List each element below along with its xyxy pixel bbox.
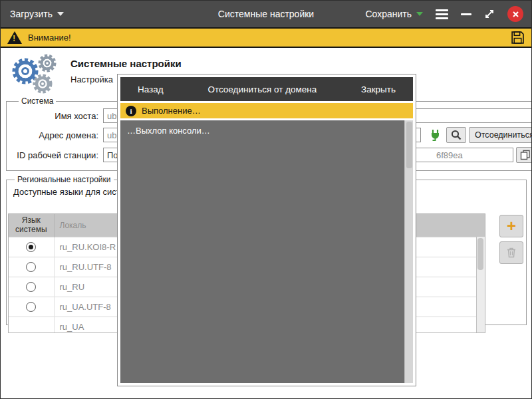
close-button[interactable]: [507, 6, 523, 22]
column-header-language: Язык системы: [9, 214, 54, 237]
plus-icon: +: [507, 218, 516, 234]
search-icon: [450, 129, 462, 141]
page-subtitle: Настройка: [70, 74, 113, 84]
back-button[interactable]: Назад: [138, 84, 164, 94]
page-title: Системные настройки: [70, 58, 182, 69]
title-bar: Загрузить Системные настройки Сохранить: [1, 1, 531, 27]
locale-radio[interactable]: [26, 242, 36, 252]
connect-button[interactable]: [428, 127, 444, 143]
disconnect-button[interactable]: Отсоединиться: [469, 127, 532, 143]
locale-radio[interactable]: [26, 262, 36, 272]
save-button-label: Сохранить: [365, 9, 412, 19]
warning-icon: [7, 31, 22, 44]
load-button-label: Загрузить: [10, 9, 53, 19]
console-text: …Выхлоп консоли…: [120, 120, 413, 136]
chevron-down-green-icon: [416, 12, 423, 16]
console-output: …Выхлоп консоли…: [120, 120, 413, 383]
workstation-id-label: ID рабочей станции:: [13, 150, 98, 160]
console-scrollbar-thumb[interactable]: [406, 122, 412, 168]
save-file-button[interactable]: [511, 31, 525, 45]
system-group-legend: Система: [19, 96, 56, 106]
save-button[interactable]: Сохранить: [365, 9, 423, 19]
copy-button[interactable]: [516, 147, 532, 163]
copy-icon: [520, 150, 531, 160]
table-scrollbar[interactable]: [476, 237, 485, 332]
hostname-label: Имя хоста:: [13, 111, 98, 121]
menu-button[interactable]: [436, 9, 448, 19]
dialog-close-button[interactable]: Закрыть: [361, 84, 396, 94]
info-icon: i: [126, 106, 136, 116]
expand-icon: [484, 9, 495, 19]
locale-radio[interactable]: [26, 302, 36, 312]
status-bar: i Выполнение…: [120, 103, 413, 118]
load-button[interactable]: Загрузить: [10, 1, 64, 27]
status-text: Выполнение…: [142, 106, 201, 116]
regional-group-legend: Региональные настройки: [15, 175, 114, 184]
chevron-down-icon: [57, 12, 64, 16]
dialog-header: Назад Отсоединиться от домена Закрыть: [120, 77, 413, 101]
floppy-icon: [511, 31, 525, 45]
console-scrollbar[interactable]: [404, 120, 413, 383]
search-button[interactable]: [446, 127, 466, 143]
minimize-button[interactable]: [461, 13, 471, 15]
warning-bar: Внимание!: [1, 27, 531, 48]
warning-text: Внимание!: [28, 33, 71, 43]
gears-icon: [7, 53, 62, 98]
close-icon: [512, 11, 519, 18]
add-locale-button[interactable]: +: [499, 215, 523, 237]
app-window: Загрузить Системные настройки Сохранить: [0, 0, 532, 399]
locale-radio[interactable]: [26, 282, 36, 292]
hamburger-icon: [436, 9, 448, 11]
maximize-button[interactable]: [484, 9, 495, 19]
disconnect-domain-button[interactable]: Отсоединиться от домена: [207, 84, 317, 94]
titlebar-controls: Сохранить: [365, 1, 523, 27]
table-scrollbar-thumb[interactable]: [477, 238, 483, 270]
trash-icon: [505, 247, 517, 259]
domain-label: Адрес домена:: [13, 130, 98, 140]
plug-icon: [428, 128, 443, 142]
execution-dialog: Назад Отсоединиться от домена Закрыть i …: [117, 74, 416, 386]
delete-locale-button[interactable]: [499, 241, 523, 264]
